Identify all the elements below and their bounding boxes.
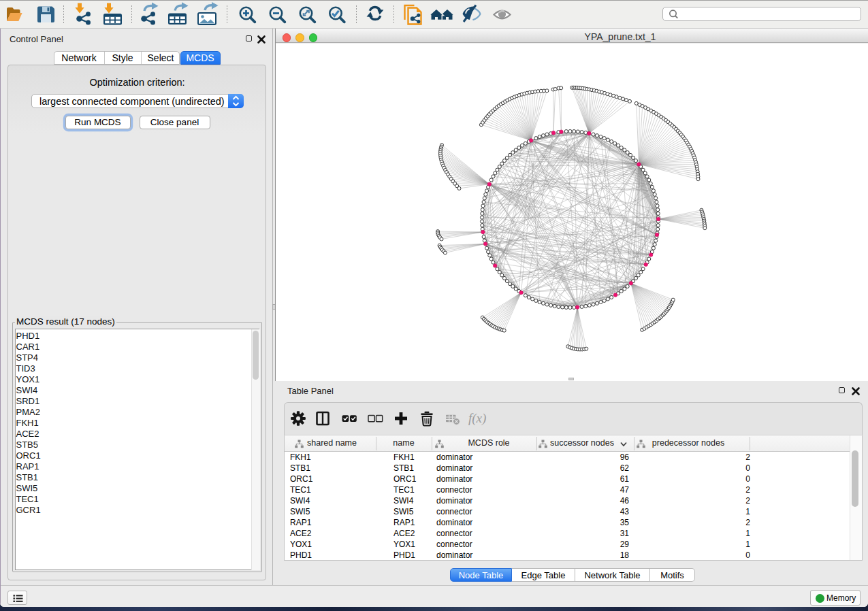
svg-text:f(x): f(x) <box>468 411 486 426</box>
